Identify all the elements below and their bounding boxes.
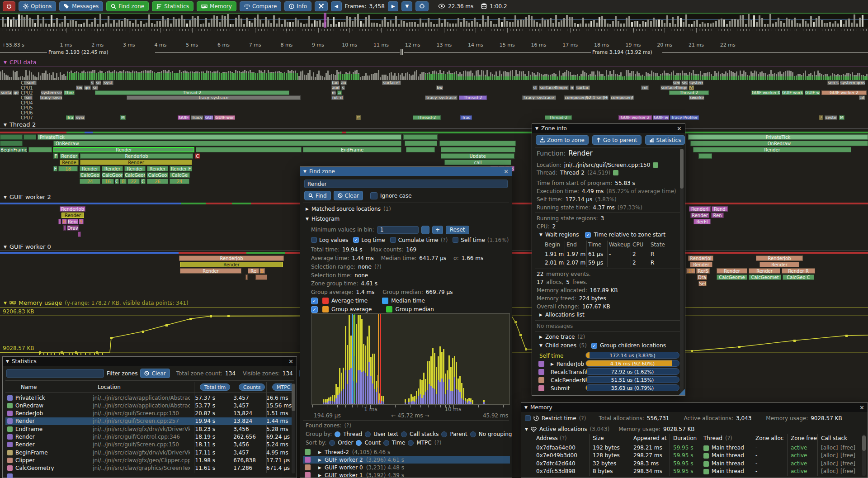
found-zone-row[interactable]: ▶GUIF worker 1(3,192) 4.39 s [303,471,510,478]
timeline-zone[interactable] [28,147,52,152]
stats-row[interactable] [5,472,293,478]
timeline-zone[interactable]: Update [441,153,514,159]
bin-plus-button[interactable]: + [432,226,443,234]
timeline-zone[interactable]: F [53,153,58,159]
timeline-zone[interactable]: RenderJob [756,256,803,261]
timeline-zone[interactable] [406,147,435,152]
child-zone-row[interactable]: Self time [538,352,563,360]
radio-no-grouping[interactable] [470,431,476,437]
timeline-zone[interactable]: 8 [62,219,67,224]
column-name[interactable]: Name [21,384,37,390]
ignore-case-checkbox[interactable] [370,192,377,199]
zone-info-window[interactable]: ▼Zone info✕ Zoom to zone Go to parent St… [532,123,685,396]
log-values-checkbox[interactable] [311,237,317,243]
radio-mtpc[interactable] [408,440,414,446]
statistics-window[interactable]: ▼Statistics✕ Filter zones Clear Total zo… [2,356,297,478]
timeline-zone[interactable]: Render [102,166,123,171]
timeline-zone[interactable]: Render [693,147,851,152]
timeline-zone[interactable]: Draw [67,225,79,231]
timeline-zone[interactable]: OnRedraw [690,141,868,146]
radio-user-text[interactable] [365,431,371,437]
column-total-time[interactable]: Total tim [200,383,230,391]
timeline-zone[interactable] [403,134,438,140]
memory-titlebar[interactable]: ▼Memory✕ [521,403,868,412]
timeline-zone[interactable]: Render [180,262,283,267]
timeline-zone[interactable]: Render [80,166,100,171]
restrict-time-checkbox[interactable] [525,415,531,421]
memory-col-header[interactable]: Zone alloc [755,435,783,441]
timeline-zone[interactable]: Render [690,213,709,218]
timeline-zone[interactable]: 26 [147,179,168,184]
timeline-zone[interactable]: C [141,179,146,184]
stats-row[interactable]: OnRedrawjni/../jni/src/claw/application/… [5,402,293,409]
timeline-zone[interactable]: 17 [686,268,695,274]
timeline-zone[interactable]: RenderJob [179,256,284,261]
stats-row[interactable]: RenderJobjni/../jni/src/guif/Screen.cpp:… [5,410,293,417]
legend-checkbox[interactable]: ✓ [311,306,318,313]
zone-statistics-button[interactable]: Statistics [645,135,685,145]
timeline-zone[interactable] [698,153,712,159]
child-zones-header[interactable]: ▼Child zones(5)✓Group children locations [539,342,666,349]
timeline-zone[interactable]: Dra [697,274,707,280]
timeline-zone[interactable]: Render [760,262,799,267]
timeline-zone[interactable] [78,232,81,237]
found-zone-row[interactable]: ▶Thread-2(4,105) 6.46 s [303,448,510,456]
reset-button[interactable]: Reset [446,226,469,234]
memory-col-header[interactable]: Duration [673,435,697,441]
timeline-zone[interactable]: 8 [120,179,127,184]
timeline-zone[interactable]: 18 [58,166,78,171]
find-zone-search-input[interactable]: Render [304,180,508,188]
allocations-list[interactable]: ▶Allocations list [539,312,585,318]
log-time-checkbox[interactable]: ✓ [353,237,359,243]
timeline-zone[interactable]: OnRedraw [53,141,401,146]
stats-scrollbar[interactable] [292,383,295,473]
self-time-checkbox[interactable] [453,237,458,243]
timeline-zone[interactable]: CalcGeome [102,172,123,178]
zone-thread[interactable]: Thread-2 [560,170,585,176]
timeline-zone[interactable]: PrivateTick [688,134,868,140]
find-zone-titlebar[interactable]: ▼Find zone✕ [300,167,512,176]
timeline-zone[interactable]: F [53,166,57,171]
timeline-zone[interactable]: CalcGeome [717,274,747,280]
radio-parent[interactable] [441,431,447,437]
legend-checkbox[interactable]: ✓ [311,298,318,304]
close-icon[interactable]: ✕ [288,359,293,364]
timeline-zone[interactable] [255,274,267,280]
stats-row[interactable]: Renderjni/../jni/src/guif/Screen.cpp:257… [5,417,293,425]
stats-row[interactable]: EndFramejni/../jni/src/claw/gfx/drv/vk/D… [5,425,293,433]
radio-order[interactable] [329,440,335,446]
timeline-zone[interactable]: 22 [127,179,140,184]
timeline-zone[interactable]: Render [60,153,79,159]
timeline-zone[interactable] [58,219,61,224]
timeline-zone[interactable] [0,134,23,140]
group-children-checkbox[interactable]: ✓ [591,343,597,349]
zone-info-scrollbar[interactable] [680,149,684,393]
memory-col-header[interactable]: Zone free [791,435,817,441]
memory-col-header[interactable]: Size [593,435,604,441]
stats-row[interactable]: CalcGeometryjni/../jni/src/claw/graphics… [5,464,293,472]
timeline-zone[interactable]: 24 [170,179,189,184]
statistics-titlebar[interactable]: ▼Statistics✕ [3,357,297,366]
column-counts[interactable]: Counts [239,383,265,391]
clear-button[interactable]: Clear [334,191,363,200]
timeline-zone[interactable] [196,147,302,152]
timeline-zone[interactable] [245,274,248,280]
timeline-zone[interactable]: Render [80,160,192,165]
timeline-zone[interactable]: RenderJ [689,206,711,212]
timeline-zone[interactable]: Rend [67,219,78,224]
memory-col-header[interactable]: Thread [703,435,722,441]
timeline-zone[interactable] [439,141,516,146]
memory-col-header[interactable]: Call stack [821,435,847,441]
timeline-zone[interactable]: call [444,160,511,165]
timeline-zone[interactable]: Rende [60,160,79,165]
filter-zones-input[interactable] [6,369,104,378]
timeline-zone[interactable]: Render [147,166,168,171]
radio-count[interactable] [356,440,362,446]
stats-row[interactable]: PrivateTickjni/../jni/src/claw/applicati… [5,394,293,402]
found-zone-row[interactable]: ▶GUIF worker 0(3,231) 4.48 s [303,464,510,471]
go-to-parent-button[interactable]: Go to parent [592,135,642,145]
stats-row[interactable]: Clipperjni/../jni/src/claw/gfx/geo/Clipp… [5,456,293,464]
allocation-row[interactable]: 0x7dfaa64e00192 bytes298.21 ms59.95 sMai… [521,445,859,452]
timeline-zone[interactable]: 24 [80,179,100,184]
timeline-zone[interactable]: RenderJob [60,206,85,212]
